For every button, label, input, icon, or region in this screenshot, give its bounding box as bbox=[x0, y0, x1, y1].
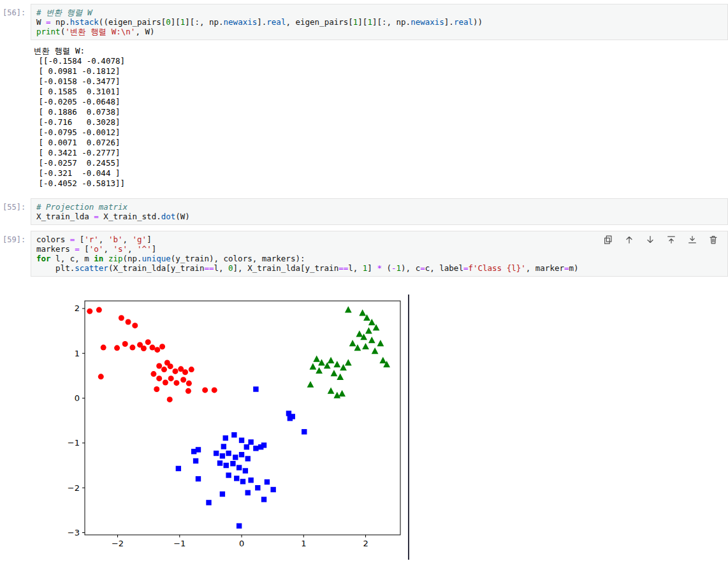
arrow-down-icon bbox=[645, 235, 655, 245]
svg-text:0: 0 bbox=[239, 539, 244, 548]
svg-text:1: 1 bbox=[301, 539, 306, 548]
duplicate-icon bbox=[603, 235, 613, 245]
svg-text:1: 1 bbox=[75, 349, 80, 358]
move-cell-down-button[interactable] bbox=[644, 234, 656, 245]
svg-text:−3: −3 bbox=[68, 528, 80, 537]
svg-text:2: 2 bbox=[363, 539, 368, 548]
insert-above-icon bbox=[666, 235, 676, 245]
execution-count-56: [56]: bbox=[0, 4, 31, 40]
insert-cell-above-button[interactable] bbox=[666, 234, 677, 245]
move-cell-up-button[interactable] bbox=[623, 234, 635, 245]
output-prompt-56 bbox=[0, 40, 31, 193]
code-editor-56[interactable]: # 변환 행렬 WW = np.hstack((eigen_pairs[0][1… bbox=[31, 4, 728, 40]
code-editor-55[interactable]: # Projection matrixX_train_lda = X_train… bbox=[31, 198, 728, 225]
trash-icon bbox=[708, 235, 718, 245]
svg-text:−2: −2 bbox=[68, 483, 80, 493]
svg-text:−1: −1 bbox=[173, 539, 186, 548]
pane-divider-line bbox=[408, 295, 409, 560]
arrow-up-icon bbox=[624, 235, 634, 245]
notebook: [56]: # 변환 행렬 WW = np.hstack((eigen_pair… bbox=[0, 0, 728, 561]
execution-count-59: [59]: bbox=[0, 231, 31, 277]
code-cell-59: [59]: colors = ['r', 'b', 'g']markers = … bbox=[0, 231, 728, 561]
duplicate-cell-button[interactable] bbox=[602, 234, 614, 245]
insert-below-icon bbox=[687, 235, 697, 245]
cell-toolbar bbox=[602, 234, 719, 245]
execution-count-55: [55]: bbox=[0, 198, 31, 225]
svg-text:−2: −2 bbox=[112, 539, 124, 548]
svg-text:0: 0 bbox=[75, 393, 80, 403]
svg-text:−1: −1 bbox=[68, 438, 80, 448]
output-prompt-59 bbox=[0, 277, 31, 561]
insert-cell-below-button[interactable] bbox=[687, 234, 698, 245]
svg-text:2: 2 bbox=[75, 303, 80, 313]
code-cell-55: [55]: # Projection matrixX_train_lda = X… bbox=[0, 198, 728, 225]
cell-output-56: 변환 행렬 W: [[-0.1584 -0.4078] [ 0.0981 -0.… bbox=[31, 40, 728, 193]
scatter-plot: −2−1012−3−2−1012 bbox=[64, 296, 411, 558]
delete-cell-button[interactable] bbox=[708, 234, 719, 245]
code-cell-56: [56]: # 변환 행렬 WW = np.hstack((eigen_pair… bbox=[0, 4, 728, 193]
plot-output-area: −2−1012−3−2−1012 bbox=[64, 296, 411, 561]
